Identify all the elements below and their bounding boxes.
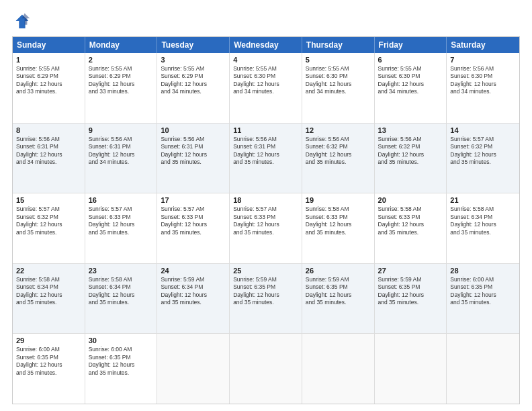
day-number: 11 <box>233 126 298 134</box>
day-cell-25: 25Sunrise: 5:59 AMSunset: 6:35 PMDayligh… <box>230 264 302 334</box>
header-day-saturday: Saturday <box>447 37 519 53</box>
logo-icon <box>12 12 31 31</box>
header-day-sunday: Sunday <box>13 37 85 53</box>
day-number: 6 <box>378 56 443 64</box>
day-number: 1 <box>16 56 81 64</box>
day-cell-22: 22Sunrise: 5:58 AMSunset: 6:34 PMDayligh… <box>13 264 85 334</box>
day-info: Sunrise: 5:56 AMSunset: 6:32 PMDaylight:… <box>378 136 443 167</box>
day-cell-1: 1Sunrise: 5:55 AMSunset: 6:29 PMDaylight… <box>13 53 85 123</box>
header <box>12 12 520 31</box>
calendar: SundayMondayTuesdayWednesdayThursdayFrid… <box>12 36 520 404</box>
day-info: Sunrise: 5:56 AMSunset: 6:31 PMDaylight:… <box>89 136 154 167</box>
day-number: 14 <box>450 126 516 134</box>
empty-cell <box>302 334 375 404</box>
day-cell-10: 10Sunrise: 5:56 AMSunset: 6:31 PMDayligh… <box>157 124 230 193</box>
day-number: 22 <box>16 267 81 275</box>
day-info: Sunrise: 5:56 AMSunset: 6:30 PMDaylight:… <box>450 65 516 96</box>
day-number: 23 <box>89 267 154 275</box>
day-info: Sunrise: 5:58 AMSunset: 6:34 PMDaylight:… <box>16 276 81 307</box>
day-info: Sunrise: 5:57 AMSunset: 6:33 PMDaylight:… <box>233 205 298 236</box>
day-info: Sunrise: 5:55 AMSunset: 6:29 PMDaylight:… <box>161 65 226 96</box>
day-info: Sunrise: 6:00 AMSunset: 6:35 PMDaylight:… <box>89 346 154 377</box>
header-day-friday: Friday <box>375 37 447 53</box>
day-number: 26 <box>306 267 371 275</box>
day-cell-12: 12Sunrise: 5:56 AMSunset: 6:32 PMDayligh… <box>302 124 375 193</box>
day-cell-2: 2Sunrise: 5:55 AMSunset: 6:29 PMDaylight… <box>85 53 158 123</box>
day-number: 20 <box>378 196 443 204</box>
calendar-row-5: 29Sunrise: 6:00 AMSunset: 6:35 PMDayligh… <box>13 333 519 404</box>
day-info: Sunrise: 5:57 AMSunset: 6:32 PMDaylight:… <box>450 136 516 167</box>
day-info: Sunrise: 5:56 AMSunset: 6:31 PMDaylight:… <box>16 136 81 167</box>
day-number: 7 <box>450 56 516 64</box>
calendar-row-4: 22Sunrise: 5:58 AMSunset: 6:34 PMDayligh… <box>13 263 519 334</box>
empty-cell <box>447 334 519 404</box>
day-cell-19: 19Sunrise: 5:58 AMSunset: 6:33 PMDayligh… <box>302 193 375 263</box>
day-info: Sunrise: 5:58 AMSunset: 6:34 PMDaylight:… <box>89 276 154 307</box>
day-number: 3 <box>161 56 226 64</box>
day-cell-26: 26Sunrise: 5:59 AMSunset: 6:35 PMDayligh… <box>302 264 375 334</box>
day-cell-13: 13Sunrise: 5:56 AMSunset: 6:32 PMDayligh… <box>375 124 447 193</box>
day-number: 2 <box>89 56 154 64</box>
calendar-row-2: 8Sunrise: 5:56 AMSunset: 6:31 PMDaylight… <box>13 123 519 193</box>
day-number: 8 <box>16 126 81 134</box>
empty-cell <box>157 334 230 404</box>
day-info: Sunrise: 5:59 AMSunset: 6:35 PMDaylight:… <box>233 276 298 307</box>
day-cell-3: 3Sunrise: 5:55 AMSunset: 6:29 PMDaylight… <box>157 53 230 123</box>
day-info: Sunrise: 5:58 AMSunset: 6:34 PMDaylight:… <box>450 205 516 236</box>
day-cell-29: 29Sunrise: 6:00 AMSunset: 6:35 PMDayligh… <box>13 334 85 404</box>
day-number: 10 <box>161 126 226 134</box>
day-number: 9 <box>89 126 154 134</box>
day-info: Sunrise: 5:57 AMSunset: 6:33 PMDaylight:… <box>161 205 226 236</box>
day-number: 5 <box>306 56 371 64</box>
day-info: Sunrise: 5:59 AMSunset: 6:35 PMDaylight:… <box>378 276 443 307</box>
header-day-monday: Monday <box>85 37 158 53</box>
day-cell-7: 7Sunrise: 5:56 AMSunset: 6:30 PMDaylight… <box>447 53 519 123</box>
calendar-row-3: 15Sunrise: 5:57 AMSunset: 6:32 PMDayligh… <box>13 193 519 263</box>
day-number: 27 <box>378 267 443 275</box>
empty-cell <box>230 334 302 404</box>
day-cell-11: 11Sunrise: 5:56 AMSunset: 6:31 PMDayligh… <box>230 124 302 193</box>
calendar-header: SundayMondayTuesdayWednesdayThursdayFrid… <box>13 37 519 53</box>
logo <box>12 12 34 31</box>
header-day-wednesday: Wednesday <box>230 37 302 53</box>
day-cell-17: 17Sunrise: 5:57 AMSunset: 6:33 PMDayligh… <box>157 193 230 263</box>
day-number: 30 <box>89 336 154 345</box>
day-cell-20: 20Sunrise: 5:58 AMSunset: 6:33 PMDayligh… <box>375 193 447 263</box>
day-cell-28: 28Sunrise: 6:00 AMSunset: 6:35 PMDayligh… <box>447 264 519 334</box>
day-info: Sunrise: 5:59 AMSunset: 6:34 PMDaylight:… <box>161 276 226 307</box>
header-day-tuesday: Tuesday <box>157 37 230 53</box>
day-number: 17 <box>161 196 226 204</box>
day-info: Sunrise: 5:56 AMSunset: 6:32 PMDaylight:… <box>306 136 371 167</box>
day-info: Sunrise: 5:55 AMSunset: 6:30 PMDaylight:… <box>378 65 443 96</box>
day-info: Sunrise: 5:56 AMSunset: 6:31 PMDaylight:… <box>161 136 226 167</box>
day-number: 13 <box>378 126 443 134</box>
day-cell-14: 14Sunrise: 5:57 AMSunset: 6:32 PMDayligh… <box>447 124 519 193</box>
day-number: 21 <box>450 196 516 204</box>
day-cell-16: 16Sunrise: 5:57 AMSunset: 6:33 PMDayligh… <box>85 193 158 263</box>
day-number: 15 <box>16 196 81 204</box>
day-info: Sunrise: 5:57 AMSunset: 6:33 PMDaylight:… <box>89 205 154 236</box>
day-number: 25 <box>233 267 298 275</box>
day-number: 4 <box>233 56 298 64</box>
day-info: Sunrise: 6:00 AMSunset: 6:35 PMDaylight:… <box>450 276 516 307</box>
day-info: Sunrise: 5:55 AMSunset: 6:29 PMDaylight:… <box>89 65 154 96</box>
day-info: Sunrise: 5:58 AMSunset: 6:33 PMDaylight:… <box>378 205 443 236</box>
day-cell-27: 27Sunrise: 5:59 AMSunset: 6:35 PMDayligh… <box>375 264 447 334</box>
day-cell-23: 23Sunrise: 5:58 AMSunset: 6:34 PMDayligh… <box>85 264 158 334</box>
day-cell-21: 21Sunrise: 5:58 AMSunset: 6:34 PMDayligh… <box>447 193 519 263</box>
day-info: Sunrise: 5:57 AMSunset: 6:32 PMDaylight:… <box>16 205 81 236</box>
day-number: 29 <box>16 336 81 345</box>
day-cell-18: 18Sunrise: 5:57 AMSunset: 6:33 PMDayligh… <box>230 193 302 263</box>
day-cell-9: 9Sunrise: 5:56 AMSunset: 6:31 PMDaylight… <box>85 124 158 193</box>
day-cell-5: 5Sunrise: 5:55 AMSunset: 6:30 PMDaylight… <box>302 53 375 123</box>
day-info: Sunrise: 5:59 AMSunset: 6:35 PMDaylight:… <box>306 276 371 307</box>
page: SundayMondayTuesdayWednesdayThursdayFrid… <box>0 0 532 411</box>
day-number: 18 <box>233 196 298 204</box>
calendar-body: 1Sunrise: 5:55 AMSunset: 6:29 PMDaylight… <box>13 53 519 404</box>
day-cell-30: 30Sunrise: 6:00 AMSunset: 6:35 PMDayligh… <box>85 334 158 404</box>
day-number: 12 <box>306 126 371 134</box>
header-day-thursday: Thursday <box>302 37 375 53</box>
day-number: 24 <box>161 267 226 275</box>
day-info: Sunrise: 5:58 AMSunset: 6:33 PMDaylight:… <box>306 205 371 236</box>
empty-cell <box>375 334 447 404</box>
